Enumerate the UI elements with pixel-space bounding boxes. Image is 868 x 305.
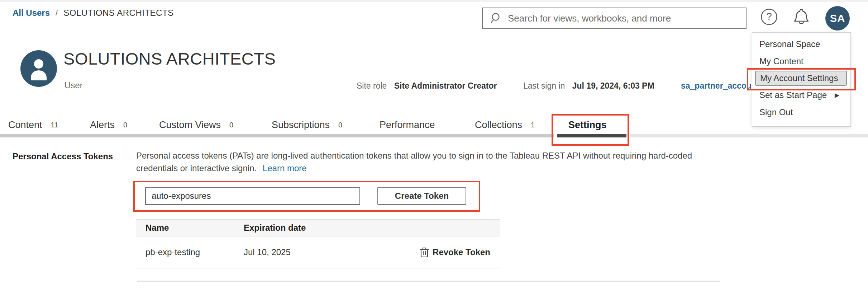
tab-collections-count: 1 bbox=[531, 121, 535, 129]
tab-alerts-label: Alerts bbox=[90, 119, 115, 130]
username-link[interactable]: sa_partner_accou bbox=[681, 81, 752, 91]
menu-item-personal-space[interactable]: Personal Space bbox=[752, 36, 850, 53]
revoke-token-label[interactable]: Revoke Token bbox=[433, 247, 490, 257]
breadcrumb: All Users / SOLUTIONS ARCHITECTS bbox=[13, 8, 174, 18]
tab-collections-label: Collections bbox=[475, 119, 522, 130]
tab-settings[interactable]: Settings bbox=[568, 119, 607, 131]
menu-item-my-account-settings[interactable]: My Account Settings bbox=[755, 71, 847, 86]
last-sign-in-label: Last sign in bbox=[523, 81, 565, 90]
tab-alerts[interactable]: Alerts0 bbox=[90, 119, 127, 131]
header-name: Name bbox=[136, 223, 244, 233]
breadcrumb-current: SOLUTIONS ARCHITECTS bbox=[63, 8, 173, 18]
pat-section-label: Personal Access Tokens bbox=[13, 151, 113, 161]
revoke-token-action[interactable]: Revoke Token bbox=[420, 247, 500, 258]
token-name-cell: pb-exp-testing bbox=[136, 247, 244, 257]
create-token-button[interactable]: Create Token bbox=[377, 187, 466, 205]
notifications-bell-icon[interactable] bbox=[792, 7, 811, 27]
tab-performance[interactable]: Performance bbox=[380, 119, 435, 131]
account-dropdown-menu: Personal Space My Content My Account Set… bbox=[752, 32, 851, 127]
header-expiration-date: Expiration date bbox=[244, 223, 500, 233]
menu-item-set-as-start-page[interactable]: Set as Start Page ▶ bbox=[752, 86, 850, 104]
token-expiration-cell: Jul 10, 2025 bbox=[244, 247, 420, 257]
pat-description-line2: credentials or interactive signin. bbox=[136, 163, 257, 173]
tab-subscriptions[interactable]: Subscriptions0 bbox=[272, 119, 342, 131]
tab-content[interactable]: Content11 bbox=[8, 119, 58, 131]
token-table-row: pb-exp-testing Jul 10, 2025 Revoke Token bbox=[136, 236, 500, 268]
tab-content-count: 11 bbox=[51, 121, 58, 129]
search-input[interactable] bbox=[508, 13, 746, 24]
tab-alerts-count: 0 bbox=[123, 121, 127, 129]
token-table-header: Name Expiration date bbox=[136, 219, 500, 236]
site-role: Site role Site Administrator Creator bbox=[357, 81, 497, 91]
token-name-input[interactable] bbox=[145, 187, 360, 205]
profile-avatar bbox=[20, 50, 57, 87]
breadcrumb-separator: / bbox=[56, 8, 58, 18]
menu-item-sign-out[interactable]: Sign Out bbox=[752, 104, 850, 121]
tab-settings-label: Settings bbox=[568, 119, 607, 130]
tab-content-label: Content bbox=[8, 119, 42, 130]
breadcrumb-all-users-link[interactable]: All Users bbox=[13, 8, 50, 18]
search-box[interactable] bbox=[482, 8, 747, 29]
token-table: Name Expiration date pb-exp-testing Jul … bbox=[136, 219, 500, 268]
submenu-arrow-icon: ▶ bbox=[835, 92, 839, 99]
pat-description-line1: Personal access tokens (PATs) are long-l… bbox=[136, 151, 692, 160]
site-role-value: Site Administrator Creator bbox=[394, 81, 497, 90]
site-role-label: Site role bbox=[357, 81, 387, 90]
pat-description: Personal access tokens (PATs) are long-l… bbox=[136, 149, 713, 174]
learn-more-link[interactable]: Learn more bbox=[263, 163, 307, 173]
search-icon bbox=[490, 12, 502, 24]
trash-icon[interactable] bbox=[420, 247, 429, 258]
help-icon[interactable]: ? bbox=[760, 8, 778, 25]
person-icon bbox=[20, 50, 57, 87]
tab-custom-views[interactable]: Custom Views0 bbox=[159, 119, 233, 131]
page-title: SOLUTIONS ARCHITECTS bbox=[63, 49, 276, 69]
tab-subscriptions-label: Subscriptions bbox=[272, 119, 330, 130]
section-divider bbox=[137, 281, 720, 282]
tab-collections[interactable]: Collections1 bbox=[475, 119, 535, 131]
svg-text:?: ? bbox=[766, 11, 772, 22]
tabs-bar-left-segment bbox=[0, 134, 554, 137]
last-sign-in-value: Jul 19, 2024, 6:03 PM bbox=[572, 81, 654, 90]
menu-item-set-as-start-page-label: Set as Start Page bbox=[759, 90, 827, 100]
tabs-bar-active-segment bbox=[557, 134, 626, 137]
user-avatar-button[interactable]: SA bbox=[825, 6, 850, 30]
tabs-bar-right-segment bbox=[630, 134, 868, 137]
menu-item-my-content[interactable]: My Content bbox=[752, 53, 850, 70]
tab-performance-label: Performance bbox=[380, 119, 435, 130]
profile-subtitle: User bbox=[65, 80, 83, 90]
tabs-underline-bar bbox=[0, 134, 868, 137]
tab-subscriptions-count: 0 bbox=[338, 121, 342, 129]
tab-custom-views-count: 0 bbox=[229, 121, 233, 129]
tableau-user-settings-page: All Users / SOLUTIONS ARCHITECTS ? SA SO… bbox=[0, 0, 868, 305]
last-sign-in: Last sign in Jul 19, 2024, 6:03 PM bbox=[523, 81, 654, 91]
tab-custom-views-label: Custom Views bbox=[159, 119, 221, 130]
top-strip bbox=[0, 0, 868, 2]
